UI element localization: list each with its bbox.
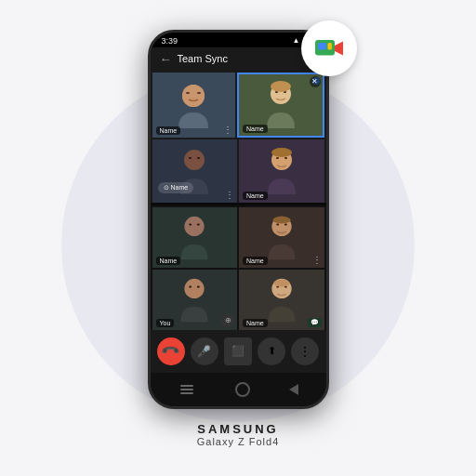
- name-label-3: ⊙ Name: [158, 182, 194, 193]
- samsung-branding: SAMSUNG Galaxy Z Fold4: [197, 422, 280, 447]
- hangup-button[interactable]: 📞: [151, 331, 190, 370]
- cell-options-6[interactable]: ⋮: [312, 255, 322, 265]
- phone-wrapper: 3:39 ▲ ◈ ▮ ← Team Sync: [148, 30, 329, 447]
- scene-container: 3:39 ▲ ◈ ▮ ← Team Sync: [148, 30, 329, 447]
- svg-point-5: [182, 85, 205, 107]
- name-label-5: Name: [156, 257, 181, 265]
- system-nav-bar: [151, 373, 326, 406]
- svg-point-19: [185, 217, 205, 236]
- svg-rect-23: [276, 224, 279, 226]
- video-button[interactable]: ⬛: [224, 337, 252, 365]
- svg-rect-3: [327, 43, 332, 50]
- person-avatar-2: [262, 77, 299, 133]
- svg-point-26: [185, 279, 205, 298]
- person-avatar-7: [176, 272, 213, 326]
- participant-cell-2: Name ✕: [237, 73, 324, 138]
- more-button[interactable]: ⋮: [291, 337, 319, 365]
- meet-icon-badge: [301, 20, 357, 76]
- cell-options-3[interactable]: ⋮: [225, 190, 234, 200]
- participant-cell-1: Name ⋮: [152, 73, 236, 138]
- person-avatar-1: [175, 77, 212, 133]
- grid-row-4: You ⊕: [151, 270, 326, 330]
- samsung-model-name: Galaxy Z Fold4: [197, 436, 280, 447]
- svg-rect-17: [284, 157, 287, 159]
- svg-rect-13: [189, 157, 192, 159]
- svg-rect-2: [318, 43, 326, 50]
- svg-rect-16: [276, 157, 279, 159]
- svg-rect-28: [197, 286, 200, 288]
- svg-point-18: [271, 148, 292, 157]
- featured-row: Name ⋮ Name: [151, 71, 326, 138]
- participant-cell-8: Name 💬: [239, 270, 324, 330]
- name-label-6: Name: [243, 257, 268, 265]
- name-label-1: Name: [156, 126, 181, 135]
- add-person-icon[interactable]: ⊕: [221, 314, 234, 327]
- grid-row-3: Name Name ⋮: [151, 207, 326, 268]
- participant-cell-7-you: You ⊕: [152, 270, 238, 330]
- svg-point-25: [272, 217, 290, 224]
- back-arrow-icon[interactable]: ←: [160, 52, 172, 66]
- chat-badge: 💬: [308, 318, 322, 327]
- mute-button[interactable]: 🎤: [191, 337, 218, 365]
- name-label-2: Name: [243, 125, 268, 133]
- call-title: Team Sync: [178, 53, 228, 64]
- svg-rect-7: [197, 92, 201, 94]
- svg-rect-24: [284, 224, 287, 226]
- nav-bar: ← Team Sync: [151, 47, 326, 71]
- svg-point-32: [273, 280, 289, 287]
- svg-rect-14: [197, 157, 200, 159]
- name-label-you: You: [156, 319, 175, 327]
- svg-rect-20: [189, 224, 192, 226]
- participant-cell-3: ⊙ Name ⋮: [152, 139, 238, 203]
- participant-cell-4: Name: [239, 139, 324, 203]
- participant-cell-5: Name: [152, 207, 238, 268]
- person-avatar-5: [176, 210, 213, 264]
- phone-bottom-half: Name Name ⋮: [151, 205, 326, 406]
- svg-point-12: [184, 150, 205, 170]
- participant-cell-6: Name ⋮: [239, 207, 324, 268]
- name-label-8: Name: [243, 319, 268, 327]
- share-button[interactable]: ⬆: [258, 337, 285, 365]
- signal-icon: ▲: [293, 36, 300, 45]
- name-label-4: Name: [243, 192, 268, 200]
- svg-rect-27: [189, 286, 192, 288]
- google-meet-logo-svg: [312, 32, 346, 65]
- nav-home-icon[interactable]: [235, 382, 250, 397]
- close-btn-2[interactable]: ✕: [310, 76, 321, 87]
- nav-back-icon[interactable]: [289, 384, 298, 395]
- phone-device: 3:39 ▲ ◈ ▮ ← Team Sync: [148, 30, 329, 409]
- svg-point-11: [271, 81, 291, 92]
- grid-row-2: ⊙ Name ⋮ Name: [151, 139, 326, 203]
- nav-recent-icon[interactable]: [178, 380, 196, 399]
- cell-options-1[interactable]: ⋮: [223, 125, 232, 135]
- status-time: 3:39: [162, 36, 178, 46]
- status-bar: 3:39 ▲ ◈ ▮: [151, 33, 326, 47]
- phone-top-half: 3:39 ▲ ◈ ▮ ← Team Sync: [151, 33, 326, 203]
- svg-marker-1: [335, 41, 343, 55]
- svg-rect-21: [197, 224, 200, 226]
- call-controls: 📞 🎤 ⬛ ⬆ ⋮: [151, 330, 326, 373]
- person-avatar-4: [263, 143, 300, 199]
- samsung-brand-name: SAMSUNG: [197, 422, 280, 436]
- svg-rect-6: [186, 92, 190, 94]
- person-avatar-6: [263, 210, 300, 264]
- person-avatar-8: [263, 272, 300, 326]
